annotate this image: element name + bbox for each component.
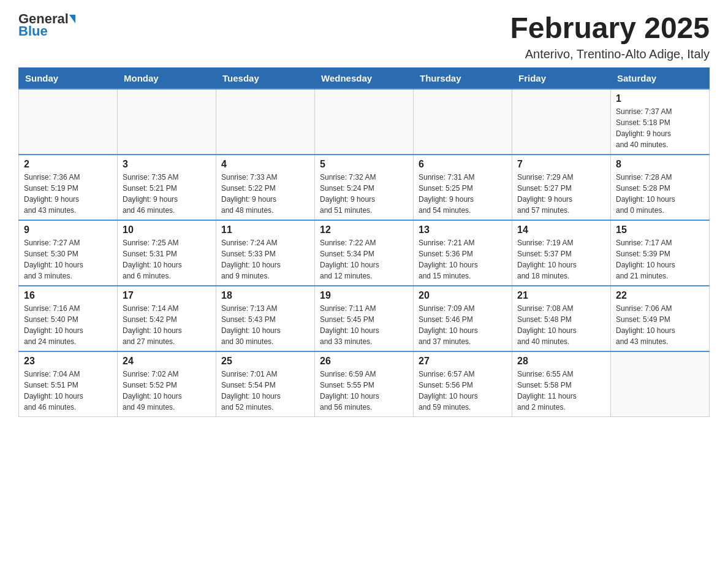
day-number: 8 <box>616 159 704 170</box>
calendar-day-cell: 6Sunrise: 7:31 AM Sunset: 5:25 PM Daylig… <box>414 155 512 220</box>
day-number: 25 <box>221 356 309 367</box>
calendar-weekday-friday: Friday <box>512 67 611 89</box>
day-number: 12 <box>320 224 408 236</box>
day-info: Sunrise: 7:37 AM Sunset: 5:18 PM Dayligh… <box>616 106 704 150</box>
day-info: Sunrise: 7:09 AM Sunset: 5:46 PM Dayligh… <box>419 303 507 347</box>
day-info: Sunrise: 7:25 AM Sunset: 5:31 PM Dayligh… <box>123 237 211 282</box>
calendar-header-row: SundayMondayTuesdayWednesdayThursdayFrid… <box>19 67 710 89</box>
day-info: Sunrise: 7:22 AM Sunset: 5:34 PM Dayligh… <box>320 237 408 282</box>
day-number: 16 <box>24 290 112 301</box>
day-number: 15 <box>616 224 704 236</box>
calendar-weekday-tuesday: Tuesday <box>216 67 315 89</box>
day-number: 4 <box>221 159 309 170</box>
calendar-day-cell <box>414 89 512 155</box>
calendar-day-cell: 14Sunrise: 7:19 AM Sunset: 5:37 PM Dayli… <box>512 220 611 286</box>
calendar-day-cell: 3Sunrise: 7:35 AM Sunset: 5:21 PM Daylig… <box>118 155 216 220</box>
day-number: 22 <box>616 290 704 301</box>
day-info: Sunrise: 7:28 AM Sunset: 5:28 PM Dayligh… <box>616 172 704 216</box>
day-number: 27 <box>419 356 507 367</box>
page-subtitle: Anterivo, Trentino-Alto Adige, Italy <box>510 47 710 61</box>
calendar-day-cell: 12Sunrise: 7:22 AM Sunset: 5:34 PM Dayli… <box>315 220 414 286</box>
day-info: Sunrise: 7:14 AM Sunset: 5:42 PM Dayligh… <box>123 303 211 347</box>
calendar-day-cell: 16Sunrise: 7:16 AM Sunset: 5:40 PM Dayli… <box>19 286 118 351</box>
day-info: Sunrise: 7:16 AM Sunset: 5:40 PM Dayligh… <box>24 303 112 347</box>
calendar-weekday-saturday: Saturday <box>611 67 710 89</box>
calendar-day-cell: 11Sunrise: 7:24 AM Sunset: 5:33 PM Dayli… <box>216 220 315 286</box>
day-info: Sunrise: 7:29 AM Sunset: 5:27 PM Dayligh… <box>517 172 605 216</box>
calendar-day-cell: 17Sunrise: 7:14 AM Sunset: 5:42 PM Dayli… <box>118 286 216 351</box>
day-info: Sunrise: 7:01 AM Sunset: 5:54 PM Dayligh… <box>221 369 309 413</box>
calendar-day-cell: 18Sunrise: 7:13 AM Sunset: 5:43 PM Dayli… <box>216 286 315 351</box>
day-number: 24 <box>123 356 211 367</box>
day-number: 9 <box>24 224 112 236</box>
calendar-day-cell: 2Sunrise: 7:36 AM Sunset: 5:19 PM Daylig… <box>19 155 118 220</box>
calendar-day-cell <box>216 89 315 155</box>
calendar-weekday-thursday: Thursday <box>414 67 512 89</box>
calendar-day-cell: 28Sunrise: 6:55 AM Sunset: 5:58 PM Dayli… <box>512 351 611 417</box>
calendar-day-cell: 27Sunrise: 6:57 AM Sunset: 5:56 PM Dayli… <box>414 351 512 417</box>
day-number: 19 <box>320 290 408 301</box>
day-info: Sunrise: 7:31 AM Sunset: 5:25 PM Dayligh… <box>419 172 507 216</box>
day-info: Sunrise: 7:21 AM Sunset: 5:36 PM Dayligh… <box>419 237 507 282</box>
day-info: Sunrise: 7:11 AM Sunset: 5:45 PM Dayligh… <box>320 303 408 347</box>
calendar-day-cell <box>611 351 710 417</box>
day-info: Sunrise: 7:08 AM Sunset: 5:48 PM Dayligh… <box>517 303 605 347</box>
calendar-week-row: 2Sunrise: 7:36 AM Sunset: 5:19 PM Daylig… <box>19 155 710 220</box>
calendar-day-cell <box>512 89 611 155</box>
calendar-day-cell: 5Sunrise: 7:32 AM Sunset: 5:24 PM Daylig… <box>315 155 414 220</box>
calendar-day-cell: 10Sunrise: 7:25 AM Sunset: 5:31 PM Dayli… <box>118 220 216 286</box>
calendar-body: 1Sunrise: 7:37 AM Sunset: 5:18 PM Daylig… <box>19 89 710 417</box>
day-number: 26 <box>320 356 408 367</box>
day-info: Sunrise: 7:35 AM Sunset: 5:21 PM Dayligh… <box>123 172 211 216</box>
day-info: Sunrise: 6:55 AM Sunset: 5:58 PM Dayligh… <box>517 369 605 413</box>
calendar-header: SundayMondayTuesdayWednesdayThursdayFrid… <box>19 67 710 89</box>
day-info: Sunrise: 7:02 AM Sunset: 5:52 PM Dayligh… <box>123 369 211 413</box>
day-number: 21 <box>517 290 605 301</box>
calendar-day-cell: 26Sunrise: 6:59 AM Sunset: 5:55 PM Dayli… <box>315 351 414 417</box>
calendar-day-cell: 1Sunrise: 7:37 AM Sunset: 5:18 PM Daylig… <box>611 89 710 155</box>
day-info: Sunrise: 7:36 AM Sunset: 5:19 PM Dayligh… <box>24 172 112 216</box>
day-number: 7 <box>517 159 605 170</box>
day-number: 14 <box>517 224 605 236</box>
day-info: Sunrise: 7:24 AM Sunset: 5:33 PM Dayligh… <box>221 237 309 282</box>
calendar-weekday-sunday: Sunday <box>19 67 118 89</box>
day-number: 13 <box>419 224 507 236</box>
day-number: 11 <box>221 224 309 236</box>
day-info: Sunrise: 7:06 AM Sunset: 5:49 PM Dayligh… <box>616 303 704 347</box>
calendar-day-cell: 25Sunrise: 7:01 AM Sunset: 5:54 PM Dayli… <box>216 351 315 417</box>
day-number: 10 <box>123 224 211 236</box>
day-number: 17 <box>123 290 211 301</box>
page-title: February 2025 <box>510 12 710 45</box>
day-info: Sunrise: 7:19 AM Sunset: 5:37 PM Dayligh… <box>517 237 605 282</box>
calendar-day-cell <box>118 89 216 155</box>
calendar-day-cell: 19Sunrise: 7:11 AM Sunset: 5:45 PM Dayli… <box>315 286 414 351</box>
calendar-day-cell <box>315 89 414 155</box>
calendar-day-cell: 20Sunrise: 7:09 AM Sunset: 5:46 PM Dayli… <box>414 286 512 351</box>
calendar-day-cell: 22Sunrise: 7:06 AM Sunset: 5:49 PM Dayli… <box>611 286 710 351</box>
day-info: Sunrise: 7:32 AM Sunset: 5:24 PM Dayligh… <box>320 172 408 216</box>
calendar-day-cell: 4Sunrise: 7:33 AM Sunset: 5:22 PM Daylig… <box>216 155 315 220</box>
calendar-day-cell <box>19 89 118 155</box>
page-header: General Blue February 2025 Anterivo, Tre… <box>18 12 710 61</box>
day-info: Sunrise: 6:57 AM Sunset: 5:56 PM Dayligh… <box>419 369 507 413</box>
calendar-day-cell: 9Sunrise: 7:27 AM Sunset: 5:30 PM Daylig… <box>19 220 118 286</box>
day-number: 2 <box>24 159 112 170</box>
calendar-day-cell: 23Sunrise: 7:04 AM Sunset: 5:51 PM Dayli… <box>19 351 118 417</box>
title-area: February 2025 Anterivo, Trentino-Alto Ad… <box>510 12 710 61</box>
day-number: 28 <box>517 356 605 367</box>
day-number: 3 <box>123 159 211 170</box>
day-number: 23 <box>24 356 112 367</box>
day-number: 20 <box>419 290 507 301</box>
calendar-day-cell: 21Sunrise: 7:08 AM Sunset: 5:48 PM Dayli… <box>512 286 611 351</box>
logo-blue-text: Blue <box>18 25 48 38</box>
calendar-day-cell: 7Sunrise: 7:29 AM Sunset: 5:27 PM Daylig… <box>512 155 611 220</box>
day-info: Sunrise: 7:04 AM Sunset: 5:51 PM Dayligh… <box>24 369 112 413</box>
day-number: 6 <box>419 159 507 170</box>
calendar-day-cell: 24Sunrise: 7:02 AM Sunset: 5:52 PM Dayli… <box>118 351 216 417</box>
calendar-weekday-wednesday: Wednesday <box>315 67 414 89</box>
day-number: 5 <box>320 159 408 170</box>
calendar-weekday-monday: Monday <box>118 67 216 89</box>
calendar-week-row: 9Sunrise: 7:27 AM Sunset: 5:30 PM Daylig… <box>19 220 710 286</box>
calendar-table: SundayMondayTuesdayWednesdayThursdayFrid… <box>18 67 710 417</box>
day-info: Sunrise: 6:59 AM Sunset: 5:55 PM Dayligh… <box>320 369 408 413</box>
